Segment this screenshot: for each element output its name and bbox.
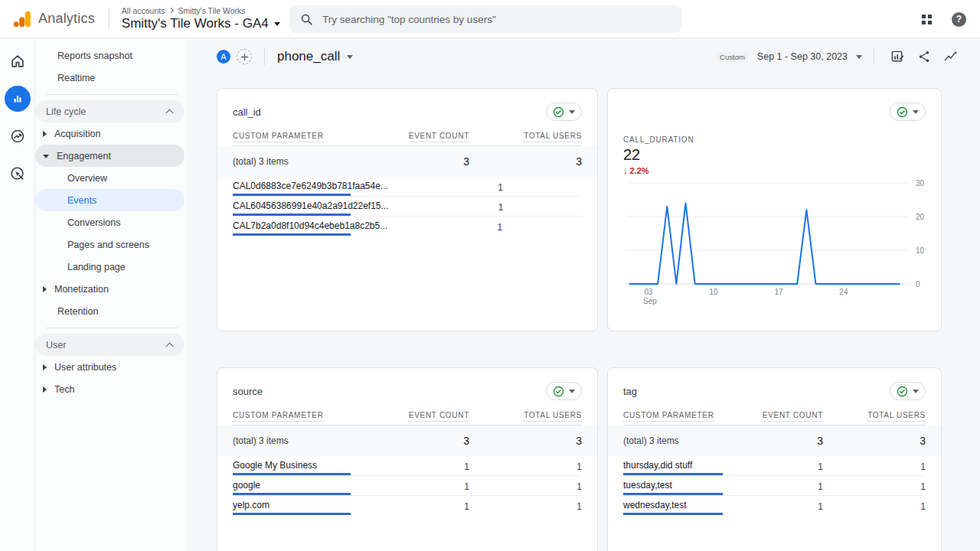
sidebar-item-label: Acquisition [54,129,100,139]
value-bar-track [623,513,723,515]
metric-label: CALL_DURATION [623,135,926,144]
topbar-actions: ? [920,0,966,38]
table-row: CAL0d6883ce7e6249b3b781faa54e...11 [233,177,582,197]
value-bar-track [233,493,351,495]
parameter-cell: google [233,481,354,495]
table-row: yelp.com11 [233,496,582,516]
card-source: source CUSTOM PARAMETEREVENT COUNTTOTAL … [217,367,598,551]
sidebar-item-life-cycle[interactable]: Life cycle [35,100,185,122]
event-count-value: 1 [354,461,469,475]
table-total-row: (total) 3 items33 [608,425,941,456]
reports-nav-icon[interactable] [5,86,31,112]
chevron-right-icon [43,386,47,393]
value-bar [233,493,351,495]
value-bar [623,513,723,515]
total-users-value: 1 [469,500,582,516]
sidebar-item-label: Conversions [67,217,120,228]
column-header-custom-parameter[interactable]: CUSTOM PARAMETER [233,132,354,140]
card-call-id: call_id CUSTOM PARAMETEREVENT COUNTTOTAL… [217,88,598,331]
topbar-divider [109,8,109,30]
event-count-value: 1 [388,181,503,196]
column-header-event-count[interactable]: EVENT COUNT [739,411,823,419]
sidebar-item-landing-page[interactable]: Landing page [35,256,185,278]
customize-report-icon[interactable] [890,50,905,64]
column-header-total-users[interactable]: TOTAL USERS [469,132,582,140]
chevron-right-icon [43,286,47,292]
value-bar-track [233,473,351,475]
chevron-down-icon[interactable] [856,55,862,59]
check-circle-icon [553,386,564,397]
property-selector[interactable]: Smitty's Tile Works - GA4 [122,16,280,31]
data-quality-button[interactable] [890,382,926,400]
sidebar-item-acquisition[interactable]: Acquisition [35,122,185,145]
sidebar-item-monetization[interactable]: Monetization [35,278,185,300]
chevron-down-icon[interactable] [347,55,353,59]
search-placeholder: Try searching "top countries by users" [322,14,496,25]
help-icon[interactable]: ? [952,12,966,27]
table-header-row: CUSTOM PARAMETEREVENT COUNTTOTAL USERS [233,411,582,425]
parameter-cell: CAL7b2a0d8f10d94c4ebeb1a8c2b5... [233,221,387,236]
sidebar-item-tech[interactable]: Tech [35,378,185,400]
total-users-value: 1 [469,461,582,475]
column-header-custom-parameter[interactable]: CUSTOM PARAMETER [623,411,739,419]
chevron-up-icon[interactable] [166,109,174,116]
product-name: Analytics [38,11,95,27]
sidebar-item-label: Overview [67,173,107,184]
sidebar-item-user[interactable]: User [35,334,185,356]
column-header-event-count[interactable]: EVENT COUNT [354,411,469,419]
total-event-count: 3 [354,435,469,447]
x-axis-tick-label: 24 [839,288,848,296]
sidebar-nav: Reports snapshotRealtimeLife cycleAcquis… [35,38,186,551]
total-label: (total) 3 items [233,156,354,167]
column-header-label: CUSTOM PARAMETER [623,411,714,422]
parameter-cell: thursday,did stuff [623,461,739,475]
check-circle-icon [553,106,564,118]
sidebar-item-reports-snapshot[interactable]: Reports snapshot [35,44,185,67]
table-row: CAL60456386991e40a2a91d22ef15...11 [233,197,582,217]
check-circle-icon [897,106,908,118]
sidebar-item-retention[interactable]: Retention [35,300,185,322]
home-nav-icon[interactable] [5,48,31,74]
share-icon[interactable] [917,50,931,64]
apps-grid-icon[interactable] [920,13,933,26]
explore-nav-icon[interactable] [5,161,31,187]
sidebar-item-conversions[interactable]: Conversions [35,211,185,233]
column-header-event-count[interactable]: EVENT COUNT [354,132,469,140]
column-header-custom-parameter[interactable]: CUSTOM PARAMETER [233,411,354,419]
breadcrumb-all-accounts[interactable]: All accounts [122,6,165,15]
metric-value: 22 [623,146,926,164]
data-quality-button[interactable] [546,103,582,121]
value-bar [233,194,351,196]
column-header-total-users[interactable]: TOTAL USERS [823,411,926,419]
sidebar-item-engagement[interactable]: Engagement [35,145,185,167]
table-row: Google My Business11 [233,456,582,476]
insights-icon[interactable] [943,49,959,64]
advertising-nav-icon[interactable] [5,123,31,149]
data-quality-button[interactable] [890,103,926,121]
check-circle-icon [897,386,908,397]
sidebar-item-events[interactable]: Events [35,189,185,211]
data-quality-button[interactable] [546,382,582,400]
add-comparison-button[interactable] [237,49,252,64]
value-bar [233,473,351,475]
sidebar-item-user-attributes[interactable]: User attributes [35,356,185,378]
parameter-cell: CAL60456386991e40a2a91d22ef15... [233,201,389,216]
date-range-selector[interactable]: Sep 1 - Sep 30, 2023 [757,51,848,62]
value-bar-track [233,194,351,196]
sidebar-item-realtime[interactable]: Realtime [35,67,185,89]
card-title: call_id [233,106,261,118]
event-count-value: 1 [389,201,504,216]
column-header-total-users[interactable]: TOTAL USERS [469,411,582,419]
chevron-down-icon [913,390,919,393]
sidebar-item-label: Events [67,195,96,206]
value-bar [233,513,351,515]
parameter-cell: Google My Business [233,461,354,475]
chevron-up-icon[interactable] [166,342,174,350]
search-input[interactable]: Try searching "top countries by users" [289,5,681,33]
sidebar-item-overview[interactable]: Overview [35,167,185,189]
breadcrumb-account[interactable]: Smitty's Tile Works [178,6,245,15]
sidebar-item-label: Monetization [54,284,109,295]
sidebar-item-pages-and-screens[interactable]: Pages and screens [35,233,185,256]
parameter-cell: wednesday,test [623,500,739,516]
comparison-avatar[interactable]: A [217,50,230,64]
